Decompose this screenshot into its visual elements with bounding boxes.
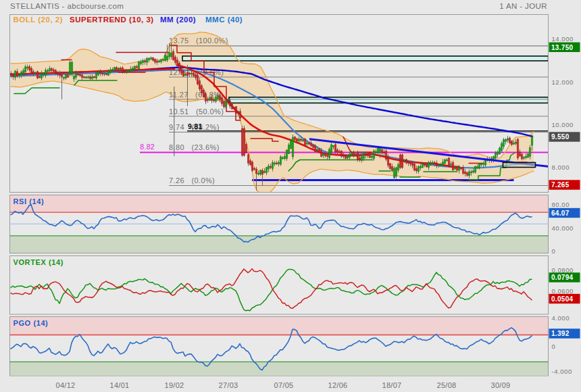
svg-text:0.0600: 0.0600 <box>552 287 574 295</box>
svg-text:8.82: 8.82 <box>140 143 155 151</box>
svg-text:STELLANTIS - abcbourse.com: STELLANTIS - abcbourse.com <box>10 2 124 10</box>
svg-text:30/09: 30/09 <box>490 381 510 389</box>
svg-text:1 AN - JOUR: 1 AN - JOUR <box>499 2 547 10</box>
svg-text:MMC (40): MMC (40) <box>205 16 243 24</box>
svg-text:19/02: 19/02 <box>164 381 184 389</box>
svg-text:10.000: 10.000 <box>552 121 574 128</box>
svg-text:MM (200): MM (200) <box>160 16 196 24</box>
svg-text:BOLL (20, 2): BOLL (20, 2) <box>14 16 64 24</box>
svg-text:0.0794: 0.0794 <box>551 274 574 281</box>
svg-text:0.0504: 0.0504 <box>551 295 574 303</box>
svg-text:RSI (14): RSI (14) <box>14 197 45 205</box>
svg-text:14.000: 14.000 <box>552 35 574 43</box>
svg-text:7.26 (0.0%): 7.26 (0.0%) <box>169 176 215 185</box>
svg-text:10.51 (50.0%): 10.51 (50.0%) <box>169 107 224 116</box>
svg-text:80.00: 80.00 <box>552 201 570 208</box>
svg-text:40.000: 40.000 <box>552 224 574 232</box>
svg-text:13.75 (100.0%): 13.75 (100.0%) <box>169 36 228 45</box>
svg-text:1.392: 1.392 <box>551 330 570 337</box>
svg-text:9.81: 9.81 <box>188 122 203 130</box>
svg-text:0: 0 <box>552 343 556 350</box>
svg-text:8.000: 8.000 <box>552 164 570 171</box>
svg-text:25/08: 25/08 <box>436 381 456 389</box>
svg-text:18/07: 18/07 <box>382 381 401 389</box>
svg-text:07/05: 07/05 <box>274 381 293 389</box>
svg-text:27/03: 27/03 <box>218 381 238 389</box>
svg-text:7.265: 7.265 <box>551 181 570 189</box>
svg-text:12/06: 12/06 <box>328 381 347 389</box>
svg-text:64.07: 64.07 <box>551 210 570 217</box>
svg-text:SUPERTREND (10, 3): SUPERTREND (10, 3) <box>70 16 154 24</box>
svg-text:-4.000: -4.000 <box>552 368 572 375</box>
svg-text:PGO (14): PGO (14) <box>14 319 49 327</box>
svg-text:13.750: 13.750 <box>551 44 574 51</box>
svg-text:14/01: 14/01 <box>109 381 129 389</box>
svg-text:VORTEX (14): VORTEX (14) <box>14 258 64 266</box>
svg-text:0: 0 <box>552 247 556 255</box>
svg-text:9.550: 9.550 <box>551 133 570 141</box>
svg-text:4.000: 4.000 <box>552 314 570 322</box>
svg-text:8.80 (23.6%): 8.80 (23.6%) <box>169 143 220 151</box>
svg-text:12.000: 12.000 <box>552 78 574 86</box>
svg-text:04/12: 04/12 <box>55 381 75 389</box>
